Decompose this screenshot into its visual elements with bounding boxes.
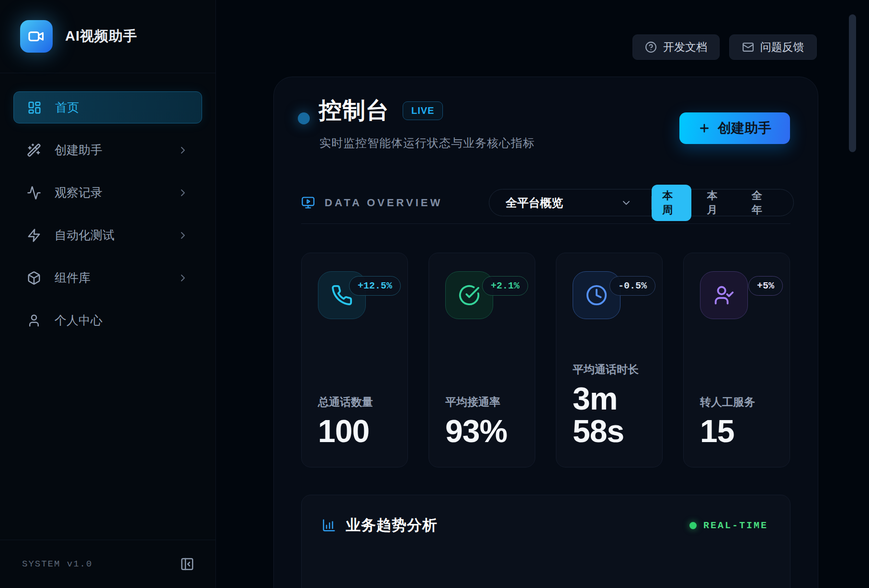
sidebar-item-label: 首页 — [55, 100, 79, 115]
sidebar-footer: SYSTEM v1.0 — [0, 540, 215, 588]
trend-analysis-card: 业务趋势分析 REAL-TIME — [301, 495, 790, 588]
feedback-button[interactable]: 问题反馈 — [729, 34, 817, 60]
sidebar-header: AI视频助手 — [0, 0, 215, 73]
tab-full-year[interactable]: 全年 — [741, 185, 781, 221]
realtime-status-dot — [689, 522, 697, 529]
live-badge: LIVE — [403, 101, 443, 120]
app-title: AI视频助手 — [65, 27, 137, 46]
stat-label: 平均通话时长 — [573, 362, 646, 377]
clock-icon — [586, 284, 608, 306]
chevron-right-icon — [177, 144, 189, 156]
stat-card-human-transfer: +5% 转人工服务 15 — [683, 253, 790, 467]
stat-delta-badge: +2.1% — [482, 276, 528, 296]
sidebar-item-label: 创建助手 — [55, 142, 102, 158]
sidebar-item-label: 观察记录 — [55, 185, 102, 200]
stats-row: +12.5% 总通话数量 100 +2.1% 平均接通率 93% — [301, 253, 790, 467]
stat-card-avg-duration: -0.5% 平均通话时长 3m 58s — [556, 253, 663, 467]
divider — [301, 223, 790, 224]
realtime-status-label: REAL-TIME — [703, 520, 768, 531]
stat-label: 转人工服务 — [700, 395, 773, 410]
stat-label: 平均接通率 — [445, 395, 519, 410]
lightning-icon — [27, 228, 41, 243]
data-overview-header: DATA OVERVIEW — [301, 196, 442, 210]
chevron-right-icon — [177, 187, 189, 199]
monitor-play-icon — [301, 196, 315, 210]
sidebar-item-component-library[interactable]: 组件库 — [13, 262, 202, 294]
bar-chart-icon — [322, 518, 336, 533]
sidebar-item-label: 个人中心 — [55, 312, 102, 328]
page-subtitle: 实时监控智能体运行状态与业务核心指标 — [319, 135, 535, 151]
tab-this-week[interactable]: 本周 — [652, 185, 691, 221]
sidebar-item-observe-records[interactable]: 观察记录 — [13, 177, 202, 209]
stat-card-answer-rate: +2.1% 平均接通率 93% — [429, 253, 535, 467]
chevron-right-icon — [177, 272, 189, 284]
stat-delta-badge: -0.5% — [609, 276, 655, 296]
stat-value: 15 — [700, 415, 773, 447]
console-panel: 控制台 LIVE 实时监控智能体运行状态与业务核心指标 创建助手 DATA OV… — [273, 77, 818, 588]
mail-icon — [742, 41, 754, 53]
user-icon — [27, 313, 41, 328]
page-title: 控制台 — [319, 95, 389, 126]
platform-select[interactable]: 全平台概览 — [489, 195, 645, 211]
dev-docs-label: 开发文档 — [663, 40, 707, 55]
sidebar-item-create-assistant[interactable]: 创建助手 — [13, 134, 202, 166]
stat-icon-tile — [700, 271, 748, 319]
data-overview-label: DATA OVERVIEW — [325, 197, 442, 209]
overview-controls: 全平台概览 本周 本月 全年 — [489, 189, 794, 216]
stat-value: 93% — [445, 415, 519, 447]
sidebar-item-automation-test[interactable]: 自动化测试 — [13, 219, 202, 251]
stat-delta-badge: +12.5% — [349, 276, 401, 296]
chevron-right-icon — [177, 230, 189, 241]
chevron-down-icon — [621, 197, 632, 209]
sidebar-item-label: 组件库 — [55, 270, 90, 286]
sidebar: AI视频助手 首页 创建助手 — [0, 0, 216, 588]
sidebar-item-home[interactable]: 首页 — [13, 91, 202, 123]
plus-icon — [698, 122, 711, 134]
activity-pulse-icon — [27, 186, 41, 200]
help-circle-icon — [645, 41, 657, 53]
trend-title: 业务趋势分析 — [346, 515, 438, 535]
app-logo — [20, 20, 53, 53]
cube-icon — [27, 271, 41, 285]
create-assistant-label: 创建助手 — [718, 119, 771, 137]
sidebar-nav: 首页 创建助手 观察记录 — [0, 73, 215, 336]
platform-select-value: 全平台概览 — [506, 195, 563, 211]
user-check-icon — [713, 284, 735, 306]
console-status-dot — [298, 112, 310, 124]
magic-wand-icon — [27, 143, 41, 157]
sidebar-item-label: 自动化测试 — [55, 227, 114, 243]
dev-docs-button[interactable]: 开发文档 — [632, 34, 720, 60]
video-camera-icon — [27, 27, 45, 45]
layout-dashboard-icon — [27, 100, 42, 115]
panel-collapse-icon[interactable] — [180, 557, 194, 571]
system-version: SYSTEM v1.0 — [22, 559, 92, 569]
stat-label: 总通话数量 — [318, 395, 391, 410]
create-assistant-button[interactable]: 创建助手 — [679, 112, 790, 144]
range-tabs: 本周 本月 全年 — [652, 185, 793, 221]
tab-this-month[interactable]: 本月 — [696, 185, 736, 221]
stat-card-total-calls: +12.5% 总通话数量 100 — [301, 253, 408, 467]
stat-value: 100 — [318, 415, 391, 447]
realtime-status: REAL-TIME — [689, 520, 768, 531]
stat-delta-badge: +5% — [748, 276, 783, 296]
stat-value: 3m 58s — [573, 383, 646, 447]
feedback-label: 问题反馈 — [760, 40, 804, 55]
vertical-scrollbar[interactable] — [849, 14, 856, 152]
sidebar-item-personal-center[interactable]: 个人中心 — [13, 304, 202, 336]
check-circle-icon — [458, 284, 480, 306]
